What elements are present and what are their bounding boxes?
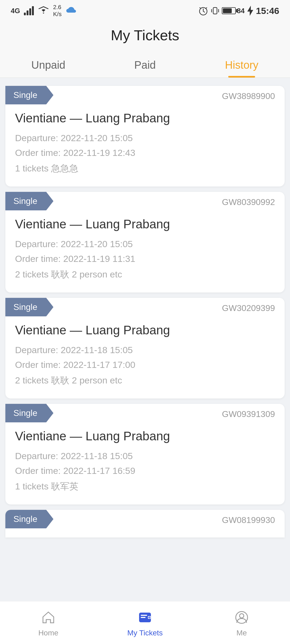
ticket-card-header: Single GW09391309 (5, 404, 285, 422)
ticket-type-badge: Single (5, 192, 53, 210)
home-icon (39, 608, 57, 627)
ticket-order-id: GW80390992 (222, 192, 275, 207)
svg-rect-4 (141, 617, 146, 618)
bottom-nav: Home My Tickets Me (0, 601, 290, 644)
battery-percent: 84 (237, 7, 245, 15)
ticket-card-header: Single GW30209399 (5, 298, 285, 316)
ticket-departure: Departure: 2022-11-20 15:05 (5, 131, 285, 145)
ticket-departure: Departure: 2022-11-18 15:05 (5, 343, 285, 357)
ticket-card-partial[interactable]: Single GW08199930 (5, 510, 285, 537)
ticket-departure: Departure: 2022-11-20 15:05 (5, 237, 285, 251)
ticket-order-time: Order time: 2022-11-17 16:59 (5, 463, 285, 478)
ticket-passengers: 1 tickets 耿军英 (5, 478, 285, 495)
svg-rect-7 (149, 616, 150, 619)
nav-item-home[interactable]: Home (0, 601, 97, 644)
ticket-card-header: Single GW38989900 (5, 86, 285, 104)
nav-label-me: Me (237, 629, 247, 637)
svg-rect-3 (141, 615, 147, 616)
time-display: 15:46 (256, 6, 279, 16)
battery-indicator: 84 (222, 7, 245, 15)
ticket-order-id: GW38989900 (222, 86, 275, 101)
nav-item-my-tickets[interactable]: My Tickets (97, 601, 193, 644)
status-bar: 4G 2.6K/s (0, 0, 290, 21)
ticket-card[interactable]: Single GW30209399 Vientiane — Luang Prab… (5, 298, 285, 398)
data-speed: 2.6K/s (53, 4, 62, 18)
ticket-type-badge: Single (5, 298, 53, 316)
ticket-card[interactable]: Single GW80390992 Vientiane — Luang Prab… (5, 192, 285, 292)
nav-label-my-tickets: My Tickets (127, 629, 163, 637)
tab-paid[interactable]: Paid (97, 52, 193, 78)
svg-rect-1 (213, 8, 217, 14)
ticket-order-time: Order time: 2022-11-19 12:43 (5, 145, 285, 160)
ticket-order-id: GW30209399 (222, 298, 275, 313)
ticket-passengers: 2 tickets 耿耿 2 person etc (5, 372, 285, 389)
me-icon (233, 608, 251, 627)
ticket-card[interactable]: Single GW09391309 Vientiane — Luang Prab… (5, 404, 285, 504)
page-header: My Tickets (0, 21, 290, 52)
ticket-passengers: 2 tickets 耿耿 2 person etc (5, 266, 285, 283)
ticket-order-time: Order time: 2022-11-17 17:00 (5, 357, 285, 372)
cloud-icon (65, 5, 77, 16)
nav-label-home: Home (38, 629, 59, 637)
ticket-type-badge: Single (5, 404, 53, 422)
nav-item-me[interactable]: Me (193, 601, 290, 644)
ticket-card-header: Single GW80390992 (5, 192, 285, 210)
ticket-order-id: GW09391309 (222, 404, 275, 419)
ticket-list: Single GW38989900 Vientiane — Luang Prab… (0, 83, 290, 588)
status-right: 84 15:46 (198, 5, 279, 16)
ticket-route: Vientiane — Luang Prabang (5, 323, 285, 337)
page-title: My Tickets (0, 27, 290, 43)
ticket-card-header: Single GW08199930 (5, 510, 285, 528)
ticket-card[interactable]: Single GW38989900 Vientiane — Luang Prab… (5, 86, 285, 186)
signal-bars (24, 6, 34, 15)
tab-history[interactable]: History (193, 52, 290, 78)
tabs-container: Unpaid Paid History (0, 52, 290, 78)
ticket-type-badge: Single (5, 510, 53, 528)
network-indicator: 4G (11, 7, 20, 15)
charging-icon (247, 6, 253, 16)
tickets-icon (136, 608, 154, 627)
ticket-type-badge: Single (5, 86, 53, 104)
vibrate-icon (211, 5, 219, 16)
tab-unpaid[interactable]: Unpaid (0, 52, 97, 78)
ticket-departure: Departure: 2022-11-18 15:05 (5, 449, 285, 463)
status-left: 4G 2.6K/s (11, 4, 77, 18)
svg-point-9 (240, 614, 244, 618)
ticket-route: Vientiane — Luang Prabang (5, 429, 285, 443)
ticket-passengers: 1 tickets 急急急 (5, 160, 285, 177)
ticket-order-id: GW08199930 (222, 510, 275, 525)
wifi-icon (38, 6, 49, 15)
ticket-route: Vientiane — Luang Prabang (5, 217, 285, 231)
alarm-icon (198, 5, 208, 16)
ticket-route: Vientiane — Luang Prabang (5, 111, 285, 125)
ticket-order-time: Order time: 2022-11-19 11:31 (5, 251, 285, 266)
